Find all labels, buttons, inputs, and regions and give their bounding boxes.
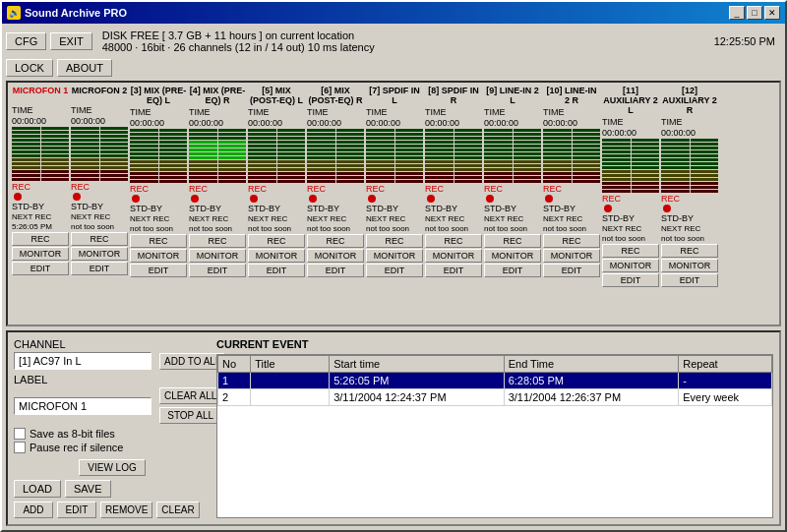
label-input[interactable] bbox=[14, 397, 151, 415]
meter-segment bbox=[661, 166, 690, 169]
rec-button-10[interactable]: REC bbox=[543, 234, 600, 248]
monitor-button-5[interactable]: MONITOR bbox=[248, 249, 305, 263]
rec-button-1[interactable]: REC bbox=[12, 232, 69, 246]
meter-segment bbox=[425, 129, 454, 132]
rec-button-3[interactable]: REC bbox=[130, 234, 187, 248]
monitor-button-8[interactable]: MONITOR bbox=[425, 249, 482, 263]
channel-field-group: CHANNEL ADD TO ALL bbox=[14, 338, 211, 370]
clear-button[interactable]: CLEAR bbox=[156, 502, 199, 518]
meter-segment bbox=[130, 176, 158, 179]
maximize-button[interactable]: □ bbox=[747, 6, 762, 20]
rec-button-8[interactable]: REC bbox=[425, 234, 482, 248]
meter-bar-7-0 bbox=[366, 129, 394, 183]
rec-button-12[interactable]: REC bbox=[661, 244, 718, 258]
rec-button-5[interactable]: REC bbox=[248, 234, 305, 248]
meter-segment bbox=[307, 172, 335, 175]
meter-segment bbox=[661, 158, 690, 161]
monitor-button-11[interactable]: MONITOR bbox=[602, 259, 659, 272]
meter-segment bbox=[189, 133, 217, 136]
meter-segment bbox=[130, 145, 158, 148]
view-log-button[interactable]: VIEW LOG bbox=[79, 459, 145, 476]
load-button[interactable]: LOAD bbox=[14, 480, 61, 498]
meter-bar-8-0 bbox=[425, 129, 454, 183]
edit-button-1[interactable]: EDIT bbox=[12, 262, 69, 275]
monitor-button-7[interactable]: MONITOR bbox=[366, 249, 423, 263]
edit-button-7[interactable]: EDIT bbox=[366, 264, 423, 277]
meter-segment bbox=[336, 141, 365, 144]
meter-segment bbox=[218, 148, 247, 151]
pause-rec-checkbox[interactable] bbox=[14, 442, 26, 453]
meter-bar-5-0 bbox=[248, 129, 276, 183]
edit-button-12[interactable]: EDIT bbox=[661, 273, 718, 287]
rec-button-9[interactable]: REC bbox=[484, 234, 541, 248]
edit-button-9[interactable]: EDIT bbox=[484, 264, 541, 277]
meter-bar-4-1 bbox=[218, 129, 247, 183]
next-rec-label-8: NEXT REC bbox=[425, 214, 464, 223]
time-value-6: 00:00:00 bbox=[307, 118, 341, 128]
rec-button-4[interactable]: REC bbox=[189, 234, 246, 248]
save-8bit-checkbox[interactable] bbox=[14, 428, 26, 440]
edit-button-8[interactable]: EDIT bbox=[425, 264, 482, 277]
channel-input[interactable] bbox=[14, 352, 151, 370]
meter-segment bbox=[425, 152, 454, 155]
meter-segment bbox=[12, 127, 40, 130]
clear-all-button[interactable]: CLEAR ALL bbox=[159, 387, 221, 404]
meter-segment bbox=[100, 178, 129, 181]
edit-button-2[interactable]: EDIT bbox=[71, 262, 128, 275]
meter-segment bbox=[189, 148, 217, 151]
lock-button[interactable]: LOCK bbox=[6, 59, 53, 77]
rec-label-3: REC bbox=[130, 184, 149, 194]
meter-segment bbox=[248, 137, 276, 140]
edit-button-4[interactable]: EDIT bbox=[189, 264, 246, 277]
meter-segment bbox=[366, 168, 394, 171]
rec-button-7[interactable]: REC bbox=[366, 234, 423, 248]
cell-repeat-1: - bbox=[679, 373, 772, 389]
meter-segment bbox=[307, 164, 335, 167]
table-row[interactable]: 23/11/2004 12:24:37 PM3/11/2004 12:26:37… bbox=[218, 389, 772, 406]
add-button[interactable]: ADD bbox=[14, 502, 53, 518]
edit-button-5[interactable]: EDIT bbox=[248, 264, 305, 277]
meter-segment bbox=[661, 147, 690, 149]
meter-segment bbox=[395, 156, 424, 159]
monitor-button-3[interactable]: MONITOR bbox=[130, 249, 187, 263]
monitor-button-10[interactable]: MONITOR bbox=[543, 249, 600, 263]
edit-button-11[interactable]: EDIT bbox=[602, 273, 659, 287]
rec-label-11: REC bbox=[602, 194, 621, 204]
save-button[interactable]: SAVE bbox=[65, 480, 111, 498]
meter-segment bbox=[307, 145, 335, 148]
about-button[interactable]: ABOUT bbox=[57, 59, 112, 77]
pause-rec-label[interactable]: Pause rec if silence bbox=[14, 442, 211, 453]
monitor-button-6[interactable]: MONITOR bbox=[307, 249, 364, 263]
save-8bit-label[interactable]: Save as 8-bit files bbox=[14, 428, 211, 440]
monitor-button-1[interactable]: MONITOR bbox=[12, 247, 69, 261]
monitor-button-2[interactable]: MONITOR bbox=[71, 247, 128, 261]
title-bar-left: 🔊 Sound Archive PRO bbox=[7, 6, 127, 20]
meter-segment bbox=[41, 178, 70, 181]
edit-button-10[interactable]: EDIT bbox=[543, 264, 600, 277]
meter-segment bbox=[425, 141, 454, 144]
table-row[interactable]: 15:26:05 PM6:28:05 PM- bbox=[218, 373, 772, 389]
stop-all-button[interactable]: STOP ALL bbox=[159, 407, 221, 424]
meter-segment bbox=[159, 168, 188, 171]
edit-bottom-button[interactable]: EDIT bbox=[57, 502, 96, 518]
meter-segment bbox=[514, 160, 542, 163]
remove-button[interactable]: REMOVE bbox=[100, 502, 152, 518]
rec-button-2[interactable]: REC bbox=[71, 232, 128, 246]
minimize-button[interactable]: _ bbox=[729, 6, 745, 20]
cfg-button[interactable]: CFG bbox=[6, 32, 46, 50]
exit-button[interactable]: EXIT bbox=[50, 32, 91, 50]
meter-segment bbox=[602, 150, 631, 153]
next-rec-label-5: NEXT REC bbox=[248, 214, 287, 223]
meter-segment bbox=[277, 141, 306, 144]
meter-segment bbox=[632, 174, 660, 177]
monitor-button-9[interactable]: MONITOR bbox=[484, 249, 541, 263]
close-button[interactable]: ✕ bbox=[764, 6, 780, 20]
rec-button-11[interactable]: REC bbox=[602, 244, 659, 258]
next-rec-label-2: NEXT REC bbox=[71, 212, 110, 221]
monitor-button-12[interactable]: MONITOR bbox=[661, 259, 718, 272]
monitor-button-4[interactable]: MONITOR bbox=[189, 249, 246, 263]
edit-button-3[interactable]: EDIT bbox=[130, 264, 187, 277]
edit-button-6[interactable]: EDIT bbox=[307, 264, 364, 277]
meter-segment bbox=[189, 137, 217, 140]
rec-button-6[interactable]: REC bbox=[307, 234, 364, 248]
